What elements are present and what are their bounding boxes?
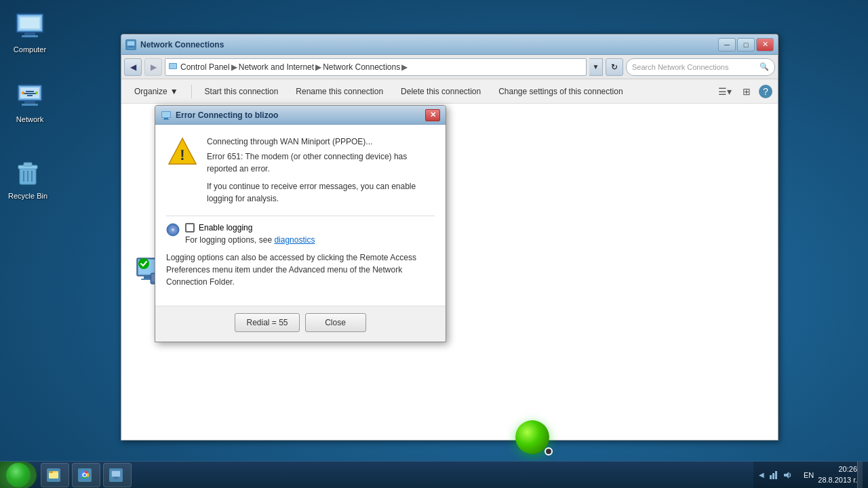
taskbar: ◀ EN 20:26 2 [0,461,868,488]
start-connection-label: Start this connection [205,87,279,96]
svg-rect-66 [772,473,774,479]
taskbar-chrome-button[interactable] [72,463,100,487]
svg-rect-14 [24,101,35,104]
language-indicator[interactable]: EN [800,471,818,479]
tray-volume-icon [782,470,793,481]
desktop-icon-computer[interactable]: Computer [3,7,57,57]
svg-rect-18 [24,163,32,166]
show-desktop-button[interactable] [857,462,863,489]
toolbar: Organize ▼ Start this connection Rename … [121,79,778,104]
start-connection-button[interactable]: Start this connection [197,82,286,101]
toolbar-right: ☰▾ ⊞ ? [715,82,772,101]
breadcrumb-network-internet[interactable]: Network and Internet [239,62,314,72]
network-icon-label: Network [16,115,43,124]
svg-rect-5 [20,18,39,28]
breadcrumb-network-connections[interactable]: Network Connections [323,62,400,72]
toolbar-separator-1 [191,85,192,98]
dialog-titlebar: Error Connecting to blizoo ✕ [155,106,446,125]
taskbar-display-button[interactable] [103,463,132,487]
desktop: Computer Network [0,0,868,488]
change-settings-button[interactable]: Change settings of this connection [491,82,630,101]
back-button[interactable]: ◀ [124,58,142,76]
desktop-icon-recycle-bin[interactable]: Recycle Bin [1,153,55,203]
organize-dropdown-icon: ▼ [170,87,178,96]
cursor [545,447,553,455]
svg-rect-56 [49,471,53,473]
view-options-button[interactable]: ☰▾ [715,82,734,101]
desktop-icon-network[interactable]: Network [3,77,57,127]
network-icon [14,79,46,112]
dialog-title-icon [161,110,172,121]
taskbar-display-icon [109,468,123,482]
refresh-button[interactable]: ↻ [606,58,623,76]
address-dropdown-button[interactable]: ▼ [589,58,603,76]
svg-rect-62 [112,471,120,476]
svg-rect-9 [23,93,37,94]
svg-rect-47 [163,119,170,120]
svg-rect-10 [26,91,34,92]
logging-link-prefix: For logging options, see [185,235,274,245]
dialog-title: Error Connecting to blizoo [176,110,425,120]
taskbar-explorer-icon [47,468,60,482]
enable-logging-label: Enable logging [199,223,252,232]
enable-logging-checkbox[interactable] [185,223,195,232]
show-hidden-icons-button[interactable]: ◀ [759,471,764,479]
suggestion-msg: If you continue to receive error message… [207,180,435,205]
explorer-title: Network Connections [140,40,718,49]
clock: 20:26 28.8.2013 г. [818,464,857,485]
dialog-separator [166,216,435,216]
tray-icons [767,470,794,481]
clock-date: 28.8.2013 г. [818,475,857,485]
svg-rect-64 [113,479,119,480]
minimize-button[interactable]: ─ [718,38,736,52]
change-view-button[interactable]: ⊞ [737,82,756,101]
dialog-messages: Connecting through WAN Miniport (PPPOE).… [207,136,435,207]
diagnostics-link[interactable]: diagnostics [274,235,315,245]
logging-icon [166,223,180,237]
help-button[interactable]: ? [759,85,772,98]
svg-marker-68 [784,472,789,479]
svg-rect-65 [770,475,772,479]
explorer-title-icon [125,39,136,50]
svg-rect-25 [127,47,134,49]
dialog-body: ! Connecting through WAN Miniport (PPPOE… [155,125,446,306]
rename-connection-label: Rename this connection [296,87,383,96]
svg-text:!: ! [180,146,184,163]
close-window-button[interactable]: ✕ [756,38,774,52]
logging-details: Enable logging For logging options, see … [185,223,315,245]
taskbar-explorer-button[interactable] [41,463,69,487]
rename-connection-button[interactable]: Rename this connection [288,82,391,101]
green-orb [515,420,549,454]
logging-section: Enable logging For logging options, see … [166,223,435,245]
maximize-button[interactable]: □ [737,38,755,52]
logging-link-row: For logging options, see diagnostics [185,235,315,245]
svg-rect-23 [127,41,134,45]
svg-rect-63 [114,477,118,479]
dialog-close-button[interactable]: ✕ [425,109,440,121]
search-placeholder: Search Network Connections [632,63,728,71]
recycle-bin-icon [12,156,44,188]
svg-rect-67 [775,471,777,479]
delete-connection-button[interactable]: Delete this connection [393,82,488,101]
search-icon: 🔍 [760,62,769,71]
forward-button[interactable]: ▶ [144,58,162,76]
organize-button[interactable]: Organize ▼ [127,82,186,101]
close-dialog-button[interactable]: Close [305,313,366,332]
window-controls: ─ □ ✕ [718,38,774,52]
error-dialog: Error Connecting to blizoo ✕ ! Connectin… [155,105,446,342]
svg-point-12 [22,92,24,94]
start-button[interactable] [0,462,37,489]
svg-rect-2 [24,33,35,35]
error-msg: Error 651: The modem (or other connectin… [207,150,435,175]
address-box[interactable]: Control Panel ▶ Network and Internet ▶ N… [165,58,587,76]
svg-rect-55 [49,472,58,479]
computer-icon-label: Computer [14,45,46,54]
connecting-msg: Connecting through WAN Miniport (PPPOE).… [207,136,435,148]
taskbar-tray: ◀ EN 20:26 2 [753,462,868,488]
breadcrumb-control-panel[interactable]: Control Panel [180,62,230,72]
change-settings-label: Change settings of this connection [498,87,623,96]
explorer-titlebar: Network Connections ─ □ ✕ [121,35,778,55]
svg-rect-15 [22,104,38,106]
redial-button[interactable]: Redial = 55 [235,313,299,332]
search-box[interactable]: Search Network Connections 🔍 [626,58,775,76]
